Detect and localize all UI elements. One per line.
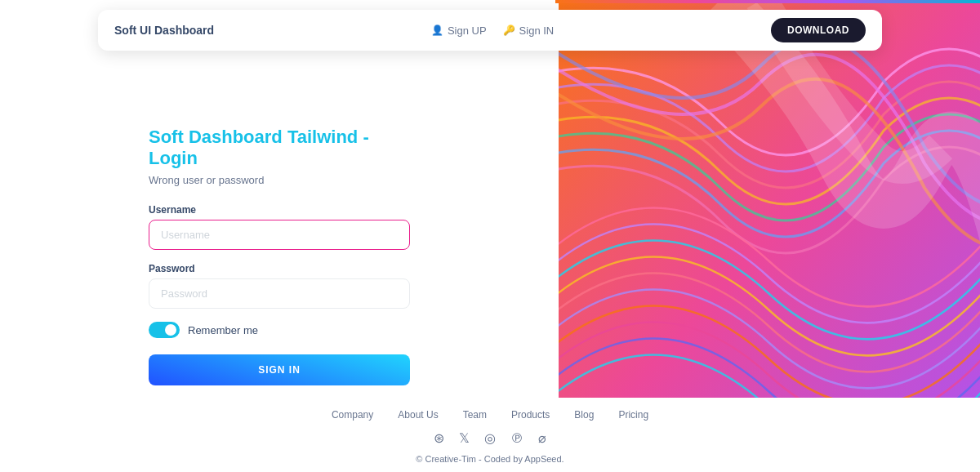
remember-row: Remember me (149, 322, 410, 338)
footer-link-products[interactable]: Products (511, 409, 550, 421)
footer-link-pricing[interactable]: Pricing (618, 409, 648, 421)
navbar: Soft UI Dashboard 👤 Sign UP 🔑 Sign IN DO… (98, 10, 882, 51)
user-icon: 👤 (431, 24, 443, 36)
login-title: Soft Dashboard Tailwind - Login (149, 127, 410, 169)
twitter-icon[interactable]: 𝕏 (459, 430, 470, 446)
username-label: Username (149, 204, 410, 216)
footer-link-company[interactable]: Company (332, 409, 373, 421)
footer-copyright: © Creative-Tim - Coded by AppSeed. (0, 454, 980, 464)
remember-label: Remember me (188, 324, 258, 336)
login-error-message: Wrong user or password (149, 174, 410, 186)
download-button[interactable]: DOWNLOAD (771, 18, 866, 42)
top-color-bar (555, 0, 980, 3)
username-group: Username (149, 204, 410, 250)
password-label: Password (149, 263, 410, 274)
username-input[interactable] (149, 220, 410, 250)
footer-link-blog[interactable]: Blog (574, 409, 594, 421)
password-group: Password (149, 263, 410, 309)
navbar-links: 👤 Sign UP 🔑 Sign IN (431, 24, 554, 37)
remember-toggle[interactable] (149, 322, 180, 338)
signin-button[interactable]: SIGN IN (149, 354, 410, 385)
key-icon: 🔑 (503, 24, 515, 36)
login-form-container: Soft Dashboard Tailwind - Login Wrong us… (149, 127, 410, 411)
signup-nav-link[interactable]: 👤 Sign UP (431, 24, 487, 37)
footer-links: Company About Us Team Products Blog Pric… (0, 409, 980, 421)
toggle-slider (149, 322, 180, 338)
footer: Company About Us Team Products Blog Pric… (0, 398, 980, 472)
footer-link-about[interactable]: About Us (398, 409, 438, 421)
password-input[interactable] (149, 278, 410, 309)
signin-nav-link[interactable]: 🔑 Sign IN (503, 24, 555, 37)
instagram-icon[interactable]: ◎ (484, 430, 496, 446)
navbar-brand: Soft UI Dashboard (114, 24, 214, 37)
footer-social-icons: ⊛ 𝕏 ◎ ℗ ⌀ (0, 430, 980, 446)
github-icon[interactable]: ⌀ (538, 430, 546, 446)
dribbble-icon[interactable]: ⊛ (434, 430, 444, 446)
footer-link-team[interactable]: Team (463, 409, 487, 421)
pinterest-icon[interactable]: ℗ (510, 430, 523, 446)
